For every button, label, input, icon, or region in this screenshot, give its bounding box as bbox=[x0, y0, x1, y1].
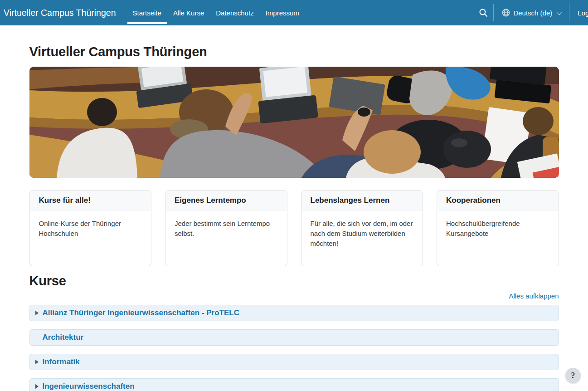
search-button[interactable] bbox=[473, 0, 493, 25]
nav-item-label: Datenschutz bbox=[216, 9, 253, 17]
expand-all-link[interactable]: Alles aufklappen bbox=[509, 292, 559, 300]
course-category-link[interactable]: Allianz Thüringer Ingenieurwissenschafte… bbox=[43, 308, 240, 318]
main-content: Virtueller Campus Thüringen bbox=[29, 44, 559, 391]
expand-arrow-icon bbox=[35, 384, 39, 389]
globe-icon bbox=[502, 9, 510, 17]
info-card-body: Jeder bestimmt sein Lerntempo selbst. bbox=[165, 210, 287, 247]
nav-item-label: Startseite bbox=[133, 9, 161, 17]
course-category-row[interactable]: Ingenieurwissenschaften bbox=[29, 378, 559, 391]
hero-image-lecture-hall bbox=[29, 67, 559, 178]
courses-heading: Kurse bbox=[29, 274, 559, 288]
hero-illustration bbox=[29, 67, 559, 178]
language-label: Deutsch (de) bbox=[513, 9, 552, 17]
course-category-row[interactable]: Architektur bbox=[29, 329, 559, 346]
info-card-title: Lebenslanges Lernen bbox=[301, 191, 423, 210]
page-title: Virtueller Campus Thüringen bbox=[29, 44, 559, 59]
info-card-title: Kooperationen bbox=[437, 191, 559, 210]
navbar-right: Deutsch (de) Login bbox=[473, 0, 588, 25]
info-card: Kooperationen Hochschulübergreifende Kur… bbox=[437, 190, 559, 266]
nav-item-label: Alle Kurse bbox=[173, 9, 204, 17]
chevron-down-icon bbox=[557, 9, 563, 15]
primary-nav: Startseite Alle Kurse Datenschutz Impres… bbox=[127, 0, 305, 25]
info-card-body: Für alle, die sich vor dem, im oder nach… bbox=[301, 210, 423, 257]
expand-all-row: Alles aufklappen bbox=[29, 292, 559, 300]
info-card-body: Hochschulübergreifende Kursangebote bbox=[437, 210, 559, 247]
expand-arrow-icon bbox=[35, 360, 39, 364]
search-icon bbox=[479, 8, 488, 17]
nav-item[interactable]: Alle Kurse bbox=[168, 0, 209, 25]
course-category-row[interactable]: Informatik bbox=[29, 354, 559, 370]
top-navbar: Virtueller Campus Thüringen Startseite A… bbox=[0, 0, 588, 25]
info-card: Lebenslanges Lernen Für alle, die sich v… bbox=[301, 190, 423, 266]
login-link[interactable]: Login bbox=[569, 0, 588, 25]
course-category-list: Allianz Thüringer Ingenieurwissenschafte… bbox=[29, 305, 559, 391]
course-category-link[interactable]: Architektur bbox=[43, 333, 84, 342]
course-category-link[interactable]: Informatik bbox=[43, 357, 80, 367]
course-category-row[interactable]: Allianz Thüringer Ingenieurwissenschafte… bbox=[29, 305, 559, 321]
nav-item[interactable]: Datenschutz bbox=[210, 0, 259, 25]
language-menu[interactable]: Deutsch (de) bbox=[494, 0, 569, 25]
course-category-link[interactable]: Ingenieurwissenschaften bbox=[43, 382, 135, 391]
info-card: Kurse für alle! Online-Kurse der Thüring… bbox=[29, 190, 152, 266]
expand-arrow-icon bbox=[35, 311, 39, 315]
info-card: Eigenes Lerntempo Jeder bestimmt sein Le… bbox=[165, 190, 287, 266]
nav-item[interactable]: Startseite bbox=[127, 0, 167, 25]
site-brand[interactable]: Virtueller Campus Thüringen bbox=[4, 8, 116, 18]
info-card-title: Eigenes Lerntempo bbox=[165, 191, 287, 210]
info-cards-row: Kurse für alle! Online-Kurse der Thüring… bbox=[29, 190, 559, 266]
info-card-title: Kurse für alle! bbox=[30, 191, 151, 210]
nav-item-label: Impressum bbox=[266, 9, 299, 17]
nav-item[interactable]: Impressum bbox=[260, 0, 305, 25]
help-button[interactable]: ? bbox=[565, 368, 581, 383]
info-card-body: Online-Kurse der Thüringer Hochschulen bbox=[30, 210, 151, 247]
